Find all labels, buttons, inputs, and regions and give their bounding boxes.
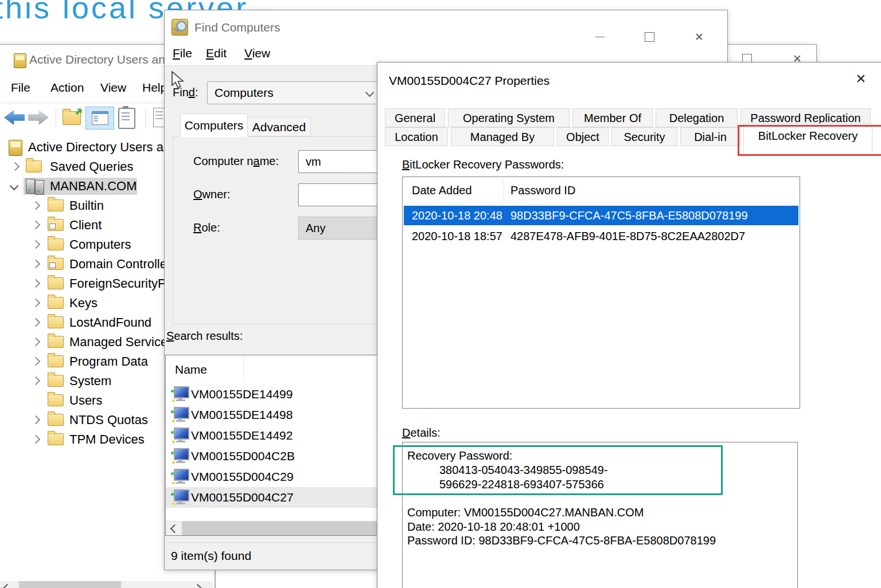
details-date: Date: 2020-10-18 20:48:01 +1000 (407, 520, 580, 534)
computer-icon (170, 448, 189, 464)
toolbar-separator (56, 108, 56, 127)
chevron-down-icon[interactable] (10, 182, 19, 191)
annotation-red-box (738, 125, 881, 156)
scroll-left-icon[interactable] (3, 584, 12, 588)
details-password-id: Password ID: 98D33BF9-CFCA-47C5-8FBA-E58… (407, 534, 716, 547)
menu-view[interactable]: View (100, 81, 126, 95)
find-type-select[interactable]: Computers (207, 81, 380, 104)
tab-advanced[interactable]: Advanced (248, 117, 311, 136)
computer-icon (170, 428, 189, 443)
folder-icon (48, 336, 64, 348)
maximize-button[interactable] (641, 29, 658, 44)
mouse-cursor (171, 71, 186, 89)
folder-icon (48, 238, 64, 250)
recovery-passwords-table: Date Added Password ID 2020-10-18 20:48 … (402, 177, 800, 409)
column-divider[interactable] (243, 356, 244, 382)
table-row[interactable]: 2020-10-18 18:57 4287E478-AFB9-401E-8D75… (404, 226, 798, 246)
horizontal-scrollbar[interactable] (0, 581, 213, 588)
search-results-label: Search results: (166, 330, 243, 343)
folder-icon (48, 316, 64, 328)
domain-icon (26, 179, 45, 194)
minimize-button[interactable] (591, 29, 609, 44)
directory-book-icon (9, 140, 22, 156)
chevron-down-icon (365, 88, 375, 97)
toolbar-separator (145, 108, 146, 127)
folder-icon (48, 433, 64, 445)
chevron-right-icon[interactable] (32, 357, 41, 366)
clipboard-icon[interactable] (118, 108, 135, 129)
folder-icon (26, 160, 42, 173)
menu-file[interactable]: File (173, 46, 192, 60)
column-divider[interactable] (504, 179, 504, 203)
folder-icon (48, 355, 64, 367)
role-label: Role: (193, 221, 220, 234)
annotation-green-box (393, 445, 723, 495)
chevron-right-icon[interactable] (32, 377, 41, 386)
ou-folder-icon (48, 219, 64, 231)
scrollbar-thumb[interactable] (19, 581, 121, 588)
details-label: Details: (402, 426, 440, 440)
properties-window-title: VM00155D004C27 Properties (389, 74, 549, 88)
computer-icon (170, 386, 189, 402)
menu-view[interactable]: View (244, 46, 270, 60)
tab-member-of[interactable]: Member Of (572, 108, 653, 127)
forward-icon[interactable] (28, 110, 49, 125)
date-added-column-header[interactable]: Date Added (412, 184, 472, 197)
find-window-title: Find Computers (194, 21, 280, 34)
tab-dial-in[interactable]: Dial-in (680, 127, 740, 146)
scroll-left-icon[interactable] (170, 524, 180, 534)
menu-edit[interactable]: Edit (206, 46, 227, 60)
menu-file[interactable]: File (11, 81, 30, 95)
up-one-level-icon[interactable] (63, 111, 81, 125)
folder-icon (48, 297, 64, 309)
back-icon[interactable] (4, 110, 25, 125)
password-id-column-header[interactable]: Password ID (510, 184, 575, 197)
tab-managed-by[interactable]: Managed By (451, 127, 554, 146)
tab-location[interactable]: Location (385, 127, 448, 146)
computer-icon (170, 489, 189, 505)
chevron-right-icon[interactable] (32, 435, 41, 444)
tab-general[interactable]: General (385, 108, 445, 127)
folder-icon (48, 277, 64, 289)
show-console-tree-icon[interactable] (85, 107, 114, 130)
chevron-right-icon[interactable] (32, 201, 41, 210)
chevron-right-icon[interactable] (32, 299, 41, 308)
computer-name-label: Computer name: (193, 155, 279, 168)
chevron-right-icon[interactable] (32, 415, 41, 425)
folder-icon (48, 414, 64, 426)
bitlocker-passwords-label: BitLocker Recovery Passwords: (402, 158, 564, 171)
ou-folder-icon (48, 258, 64, 270)
computer-icon (170, 469, 189, 484)
scroll-right-icon[interactable] (193, 584, 202, 588)
chevron-right-icon[interactable] (32, 240, 41, 249)
menu-action[interactable]: Action (50, 81, 84, 95)
find-computers-icon (171, 19, 188, 36)
aduc-app-icon (14, 53, 26, 68)
chevron-right-icon[interactable] (32, 260, 41, 269)
details-computer: Computer: VM00155D004C27.MANBAN.COM (407, 506, 644, 519)
folder-icon (48, 394, 64, 406)
desktop: this local server Active Directory Users… (0, 0, 881, 588)
properties-window: VM00155D004C27 Properties ✕ General Oper… (377, 62, 881, 588)
chevron-right-icon[interactable] (32, 318, 41, 327)
tab-security[interactable]: Security (611, 127, 677, 146)
tab-object[interactable]: Object (557, 127, 609, 146)
menu-help[interactable]: Help (142, 81, 167, 95)
status-text: 9 item(s) found (171, 549, 251, 563)
close-icon[interactable]: ✕ (852, 72, 870, 87)
chevron-right-icon[interactable] (32, 221, 41, 230)
name-column-header[interactable]: Name (175, 363, 207, 377)
computer-icon (170, 407, 189, 422)
folder-icon (48, 375, 64, 387)
find-titlebar: Find Computers ✕ (165, 10, 727, 44)
chevron-right-icon[interactable] (32, 279, 41, 288)
close-icon[interactable]: ✕ (691, 29, 708, 44)
chevron-right-icon[interactable] (32, 338, 41, 347)
tab-computers[interactable]: Computers (180, 113, 248, 137)
folder-icon (48, 199, 64, 211)
table-row-selected[interactable]: 2020-10-18 20:48 98D33BF9-CFCA-47C5-8FBA… (404, 206, 798, 225)
owner-label: Owner: (193, 188, 230, 201)
tab-operating-system[interactable]: Operating System (448, 108, 570, 127)
chevron-right-icon[interactable] (11, 162, 20, 171)
tab-delegation[interactable]: Delegation (656, 108, 738, 127)
